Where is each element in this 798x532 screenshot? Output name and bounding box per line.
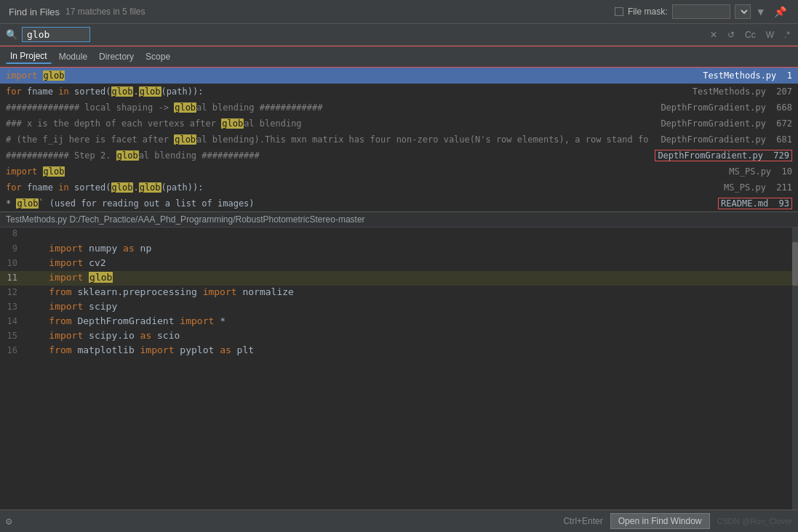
file-reference: MS_PS.py 211 (712, 182, 792, 193)
result-row[interactable]: import glob TestMethods.py 1 (0, 68, 798, 84)
file-reference: DepthFromGradient.py 668 (649, 102, 792, 113)
line-content: from matplotlib import pyplot as plt (26, 344, 254, 355)
match-highlight: glob (111, 86, 134, 97)
file-reference: README.md 93 (718, 198, 792, 209)
line-number: 9 (0, 243, 26, 254)
search-actions: ✕ ↺ Cc W .* (708, 29, 792, 41)
result-text: for fname in sorted(glob.glob(path)): (6, 182, 712, 193)
match-highlight: glob (221, 118, 244, 129)
file-mask-dropdown[interactable] (735, 4, 751, 19)
code-line-12: 12 from sklearn.preprocessing import nor… (0, 286, 798, 300)
shortcut-label: Ctrl+Enter (563, 516, 602, 526)
code-line-15: 15 import scipy.io as scio (0, 329, 798, 344)
tab-scope[interactable]: Scope (141, 50, 175, 63)
result-text: ############## local shaping -> global b… (6, 102, 649, 113)
tab-module[interactable]: Module (55, 50, 92, 63)
file-reference: DepthFromGradient.py 681 (649, 134, 792, 145)
result-row[interactable]: for fname in sorted(glob.glob(path)): MS… (0, 180, 798, 196)
line-content: import numpy as np (26, 243, 151, 254)
result-text: for fname in sorted(glob.glob(path)): (6, 86, 681, 97)
results-area: import glob TestMethods.py 1 for fname i… (0, 68, 798, 211)
file-reference: TestMethods.py 207 (681, 86, 792, 97)
clear-search-button[interactable]: ✕ (708, 29, 719, 41)
result-text: ### x is the depth of each vertexs after… (6, 118, 649, 129)
bottom-right: Ctrl+Enter Open in Find Window CSDN @Run… (563, 513, 792, 529)
file-mask-label: File mask: (628, 7, 668, 17)
watermark-text: CSDN @Run_Clover (717, 517, 792, 525)
line-number: 15 (0, 331, 26, 341)
code-file-path: TestMethods.py D:/Tech_Practice/AAA_Phd_… (6, 214, 365, 225)
line-number: 14 (0, 316, 26, 326)
file-reference: TestMethods.py 1 (691, 70, 792, 81)
file-mask-input[interactable] (672, 4, 730, 19)
scrollbar-thumb[interactable] (792, 242, 798, 286)
settings-icon[interactable]: ⚙ (6, 515, 12, 527)
line-content: import scipy (26, 301, 117, 312)
line-content: import glob (26, 272, 113, 283)
keyword-span: import (6, 70, 43, 81)
regex-button[interactable]: .* (782, 29, 792, 41)
result-text: # (the f_ij here is facet after global b… (6, 134, 649, 145)
line-content: from DepthFromGradient import * (26, 315, 226, 326)
result-row[interactable]: ############## local shaping -> global b… (0, 100, 798, 116)
result-text: import glob (6, 166, 717, 177)
header-bar: Find in Files 17 matches in 5 files File… (0, 0, 798, 24)
line-number: 10 (0, 258, 26, 268)
whole-word-button[interactable]: W (764, 29, 776, 41)
result-row[interactable]: ### x is the depth of each vertexs after… (0, 116, 798, 132)
tab-directory[interactable]: Directory (95, 50, 138, 63)
match-count: 17 matches in 5 files (65, 7, 145, 17)
result-text: * glob` (used for reading out a list of … (6, 198, 718, 209)
header-right: File mask: ▼ 📌 (615, 4, 789, 19)
case-sensitive-button[interactable]: Cc (743, 29, 758, 41)
result-row[interactable]: * glob` (used for reading out a list of … (0, 196, 798, 211)
match-highlight: glob (174, 102, 196, 113)
line-content: import scipy.io as scio (26, 330, 180, 341)
scrollbar[interactable] (792, 227, 798, 509)
search-input[interactable] (27, 29, 85, 40)
tab-in-project[interactable]: In Project (6, 49, 52, 64)
pin-icon[interactable]: 📌 (771, 4, 789, 19)
open-find-window-button[interactable]: Open in Find Window (610, 513, 710, 529)
code-file-header: TestMethods.py D:/Tech_Practice/AAA_Phd_… (0, 212, 798, 227)
match-highlight: glob (111, 182, 134, 193)
match-highlight: glob (16, 198, 39, 209)
match-highlight: glob (116, 150, 139, 161)
scope-bar: In Project Module Directory Scope (0, 46, 798, 68)
result-text: import glob (6, 70, 691, 81)
line-number: 13 (0, 302, 26, 312)
match-highlight: glob (139, 182, 161, 193)
header-left: Find in Files 17 matches in 5 files (9, 7, 145, 17)
match-highlight: glob (174, 134, 196, 145)
panel-title: Find in Files (9, 7, 60, 17)
file-mask-checkbox[interactable] (615, 7, 623, 16)
result-row[interactable]: # (the f_ij here is facet after global b… (0, 132, 798, 148)
code-line-16: 16 from matplotlib import pyplot as plt (0, 344, 798, 358)
refresh-button[interactable]: ↺ (725, 29, 737, 41)
code-line-14: 14 from DepthFromGradient import * (0, 315, 798, 329)
line-number: 12 (0, 287, 26, 297)
code-content: 8 9 import numpy as np 10 import cv2 11 … (0, 227, 798, 509)
file-reference: DepthFromGradient.py 729 (655, 150, 792, 161)
code-line-9: 9 import numpy as np (0, 242, 798, 257)
search-input-container[interactable] (22, 27, 90, 42)
line-content: import cv2 (26, 257, 106, 268)
keyword-span: for (6, 86, 22, 97)
code-line-8: 8 (0, 227, 798, 242)
file-reference: MS_PS.py 10 (717, 166, 792, 177)
code-line-13: 13 import scipy (0, 300, 798, 315)
code-preview: TestMethods.py D:/Tech_Practice/AAA_Phd_… (0, 211, 798, 509)
result-text: ############ Step 2. global blending ###… (6, 150, 655, 161)
code-line-10: 10 import cv2 (0, 257, 798, 271)
file-reference: DepthFromGradient.py 672 (649, 118, 792, 129)
search-bar: 🔍 ✕ ↺ Cc W .* (0, 24, 798, 46)
bottom-left: ⚙ (6, 515, 12, 527)
result-row[interactable]: import glob MS_PS.py 10 (0, 164, 798, 180)
result-row[interactable]: for fname in sorted(glob.glob(path)): Te… (0, 84, 798, 100)
match-highlight: glob (43, 166, 65, 177)
line-number: 8 (0, 228, 26, 238)
match-highlight: glob (139, 86, 161, 97)
match-highlight: glob (43, 70, 65, 81)
result-row[interactable]: ############ Step 2. global blending ###… (0, 148, 798, 164)
filter-icon[interactable]: ▼ (755, 4, 767, 19)
